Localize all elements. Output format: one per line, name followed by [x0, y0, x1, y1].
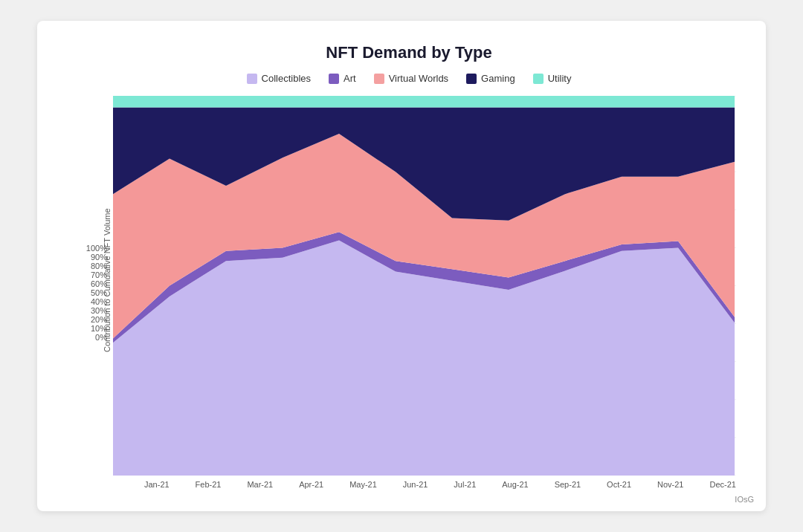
x-axis: Jan-21Feb-21Mar-21Apr-21May-21Jun-21Jul-…	[113, 480, 736, 489]
legend-swatch	[329, 74, 339, 84]
legend-label: Gaming	[481, 73, 515, 84]
y-axis-label: 50%	[82, 288, 107, 297]
legend-swatch	[247, 74, 257, 84]
y-axis-label: 80%	[82, 262, 107, 270]
legend-item-virtual-worlds: Virtual Worlds	[374, 73, 448, 84]
utility-area	[113, 96, 735, 108]
y-axis-label: 10%	[82, 324, 107, 333]
y-axis: 0%10%20%30%40%50%60%70%80%90%100%	[82, 244, 113, 342]
legend-label: Art	[344, 73, 356, 84]
x-axis-label: Feb-21	[196, 480, 222, 489]
chart-svg	[113, 96, 736, 476]
y-axis-label: 40%	[82, 297, 107, 306]
chart-title: NFT Demand by Type	[82, 43, 736, 62]
x-axis-label: Jan-21	[144, 480, 170, 489]
plot-area	[113, 96, 736, 476]
y-axis-label: 0%	[82, 333, 107, 342]
watermark: IOsG	[735, 495, 754, 504]
legend-item-collectibles: Collectibles	[247, 73, 311, 84]
legend-label: Utility	[548, 73, 572, 84]
legend-label: Virtual Worlds	[389, 73, 448, 84]
x-axis-label: Oct-21	[607, 480, 631, 489]
x-axis-label: May-21	[349, 480, 377, 489]
legend-swatch	[533, 74, 544, 84]
y-axis-label: 30%	[82, 306, 107, 315]
chart-area: Contribution to Cumulative NFT Volume 0%…	[82, 96, 736, 489]
x-axis-label: Nov-21	[657, 480, 683, 489]
x-axis-label: Jun-21	[403, 480, 428, 489]
x-axis-label: Apr-21	[299, 480, 323, 489]
y-axis-label: 60%	[82, 279, 107, 288]
x-axis-label: Mar-21	[247, 480, 273, 489]
legend-item-art: Art	[329, 73, 356, 84]
legend-swatch	[466, 74, 477, 84]
y-axis-label: 20%	[82, 315, 107, 324]
chart-container: NFT Demand by Type CollectiblesArtVirtua…	[37, 21, 766, 511]
legend: CollectiblesArtVirtual WorldsGamingUtili…	[82, 73, 736, 84]
y-axis-label: 100%	[82, 244, 107, 253]
legend-label: Collectibles	[262, 73, 311, 84]
x-axis-label: Jul-21	[454, 480, 476, 489]
legend-item-utility: Utility	[533, 73, 572, 84]
legend-swatch	[374, 74, 384, 84]
legend-item-gaming: Gaming	[466, 73, 515, 84]
y-axis-label: 70%	[82, 270, 107, 279]
x-axis-label: Dec-21	[709, 480, 735, 489]
x-axis-label: Aug-21	[502, 480, 528, 489]
x-axis-label: Sep-21	[555, 480, 581, 489]
y-axis-label: 90%	[82, 253, 107, 262]
